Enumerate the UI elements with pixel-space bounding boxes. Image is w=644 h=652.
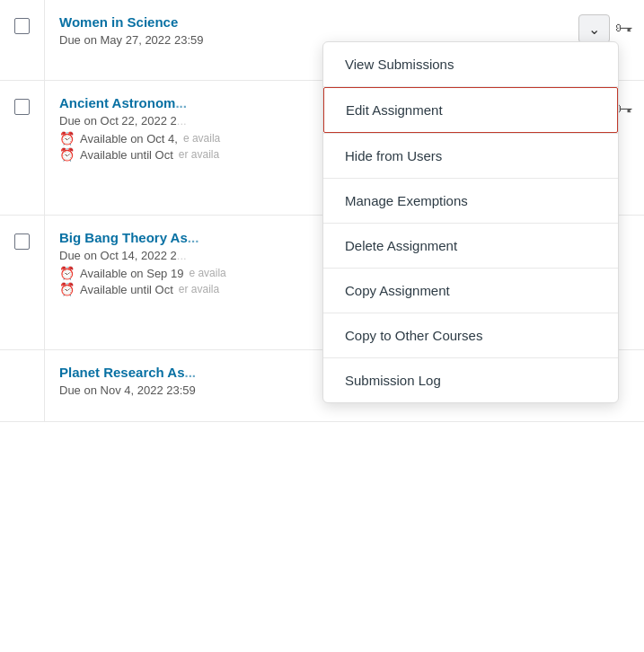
actions-cell-1: ⌄ View Submissions Edit Assignment Hide …	[536, 0, 644, 80]
actions-wrapper-1: ⌄ View Submissions Edit Assignment Hide …	[578, 14, 610, 43]
checkbox-cell-2	[0, 81, 45, 215]
avail-suffix-3b: er availa	[179, 283, 219, 295]
checkbox-cell-1	[0, 0, 45, 80]
menu-item-copy-assignment[interactable]: Copy Assignment	[323, 269, 618, 313]
avail-suffix-2b: er availa	[179, 148, 219, 161]
clock-icon-3a: ⏰	[59, 266, 75, 280]
dropdown-menu: View Submissions Edit Assignment Hide fr…	[322, 41, 619, 403]
assignment-title-1[interactable]: Women in Science	[59, 14, 522, 30]
avail-text-2b: Available until Oct	[80, 148, 173, 162]
menu-item-submission-log[interactable]: Submission Log	[323, 358, 618, 402]
clock-icon-3b: ⏰	[59, 282, 75, 296]
row-checkbox-1[interactable]	[14, 18, 30, 34]
clock-icon-2b: ⏰	[59, 147, 75, 162]
assignment-title-4[interactable]: Planet Research As...	[59, 365, 275, 380]
row-checkbox-3[interactable]	[14, 233, 30, 250]
avail-suffix-3a: e availa	[189, 267, 225, 279]
menu-item-manage-exemptions[interactable]: Manage Exemptions	[323, 179, 618, 223]
checkbox-cell-4	[0, 350, 45, 421]
menu-item-copy-to-other-courses[interactable]: Copy to Other Courses	[323, 313, 618, 357]
avail-text-3b: Available until Oct	[80, 283, 173, 296]
clock-icon-2a: ⏰	[59, 131, 75, 145]
avail-suffix-2a: e availa	[183, 132, 220, 145]
checkbox-cell-3	[0, 216, 45, 349]
assignment-row-1: Women in Science Due on May 27, 2022 23:…	[0, 0, 644, 81]
avail-text-3a: Available on Sep 19	[80, 267, 183, 280]
dropdown-button-1[interactable]: ⌄	[578, 14, 610, 43]
menu-item-edit-assignment[interactable]: Edit Assignment	[323, 87, 618, 133]
menu-item-view-submissions[interactable]: View Submissions	[323, 42, 618, 86]
menu-item-delete-assignment[interactable]: Delete Assignment	[323, 224, 618, 268]
assignment-title-2[interactable]: Ancient Astronom...	[59, 95, 275, 110]
menu-item-hide-from-users[interactable]: Hide from Users	[323, 134, 618, 178]
assignment-title-3[interactable]: Big Bang Theory As...	[59, 230, 275, 245]
avail-text-2a: Available on Oct 4,	[80, 132, 178, 145]
row-checkbox-2[interactable]	[14, 99, 30, 115]
key-icon-1: 🗝	[615, 18, 633, 39]
